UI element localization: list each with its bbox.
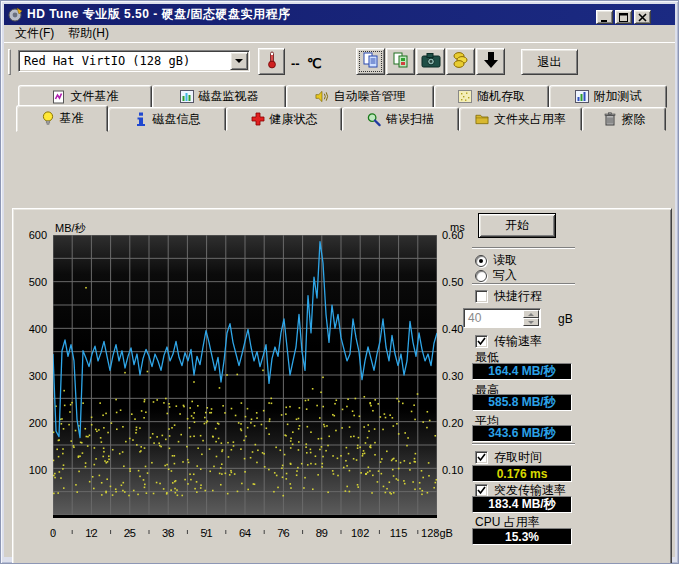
camera-icon [421,52,441,72]
short-stroke-size-value: 40 [464,309,523,327]
access-time-value: 0.176 ms [472,465,572,482]
drive-select[interactable]: Red Hat VirtIO (128 gB) [18,50,250,72]
left-axis-tick: 100 [17,464,47,476]
right-axis-tick: 0.60 [442,229,476,241]
tab-label: 擦除 [622,111,646,128]
start-button[interactable]: 开始 [478,213,556,238]
transfer-rate-checkbox-box[interactable] [475,335,488,348]
tab-label: 磁盘监视器 [199,88,259,105]
tab-extra-tests[interactable]: 附加测试 [549,85,667,108]
disk-monitor-icon [180,90,194,104]
short-stroke-checkbox[interactable]: 快捷行程 [475,288,542,305]
left-axis-tick: 200 [17,417,47,429]
right-axis-tick: 0.50 [442,276,476,288]
tab-health-cross[interactable]: 健康状态 [226,107,342,131]
copy-image-button[interactable] [386,48,415,75]
client-area: 文件基准磁盘监视器自动噪音管理随机存取附加测试 基准磁盘信息健康状态错误扫描文件… [4,79,675,557]
access-time-checkbox[interactable]: 存取时间 [475,449,542,466]
window-title: HD Tune 专业版 5.50 - 硬盘/固态硬盘实用程序 [27,6,290,23]
copy-icon [362,51,380,73]
min-value: 164.4 MB/秒 [472,363,572,380]
avg-value: 343.6 MB/秒 [472,425,572,442]
tab-label: 磁盘信息 [153,111,201,128]
copy-image-icon [392,51,410,73]
minimize-button[interactable] [596,10,613,24]
access-time-checkbox-box[interactable] [475,451,488,464]
tab-label: 错误扫描 [386,111,434,128]
short-stroke-size-stepper[interactable]: 40 [463,308,541,328]
transfer-rate-checkbox[interactable]: 传输速率 [475,333,542,350]
right-axis-tick: 0.10 [442,464,476,476]
donate-button[interactable] [446,48,475,75]
left-axis-tick: 600 [17,229,47,241]
right-axis-tick: 0.20 [442,417,476,429]
left-axis-tick: 300 [17,370,47,382]
x-axis-ticks [53,521,437,526]
exit-button-label: 退出 [538,54,562,71]
tab-folder-usage[interactable]: 文件夹占用率 [459,107,582,131]
short-stroke-checkbox-box[interactable] [475,290,488,303]
start-button-label: 开始 [505,217,529,234]
left-axis-tick: 500 [17,276,47,288]
tab-label: 文件基准 [71,88,119,105]
window-controls [596,10,651,24]
close-button[interactable] [634,10,651,24]
temperature-unit: ℃ [307,56,322,71]
temperature-value: -- [291,56,300,71]
screenshot-button[interactable] [416,48,445,75]
short-stroke-unit-label: gB [558,312,573,326]
benchmark-bulb-icon [41,112,55,126]
erase-trash-icon [603,112,617,126]
tab-benchmark-bulb[interactable]: 基准 [16,105,108,132]
folder-usage-icon [475,112,489,126]
tab-disk-info[interactable]: 磁盘信息 [108,107,226,131]
hdtune-window: HD Tune 专业版 5.50 - 硬盘/固态硬盘实用程序 文件(F)帮助(H… [0,0,679,564]
tab-label: 健康状态 [270,111,318,128]
benchmark-tab-page: MB/秒 ms 600500400300200100 0.600.500.400… [12,208,672,564]
short-stroke-label: 快捷行程 [494,288,542,305]
tab-error-scan[interactable]: 错误扫描 [342,107,459,131]
coins-icon [452,51,470,73]
maximize-button[interactable] [615,10,632,24]
tab-erase-trash[interactable]: 擦除 [582,107,666,131]
write-radio-label: 写入 [493,267,517,284]
tab-label: 基准 [60,110,84,127]
menu-item-0[interactable]: 文件(F) [8,24,61,43]
exit-button[interactable]: 退出 [521,49,578,75]
tab-label: 随机存取 [477,88,525,105]
title-bar[interactable]: HD Tune 专业版 5.50 - 硬盘/固态硬盘实用程序 [4,4,675,25]
menu-bar: 文件(F)帮助(H) [4,25,675,42]
right-axis-tick: 0.30 [442,370,476,382]
write-radio[interactable]: 写入 [475,267,517,284]
file-benchmark-icon [52,90,66,104]
separator [472,283,575,285]
temperature-button[interactable] [258,48,285,75]
disk-info-icon [134,112,148,126]
toolbar: Red Hat VirtIO (128 gB) -- ℃ 退出 [4,42,675,79]
random-access-icon [458,90,472,104]
copy-results-button[interactable] [356,48,385,75]
write-radio-circle[interactable] [475,270,487,282]
tab-aam-speaker[interactable]: 自动噪音管理 [286,85,434,108]
save-results-button[interactable] [476,48,505,75]
stepper-up-button[interactable] [523,310,539,318]
aam-speaker-icon [315,90,329,104]
transfer-rate-label: 传输速率 [494,333,542,350]
max-value: 585.8 MB/秒 [472,394,572,411]
tab-label: 自动噪音管理 [334,88,406,105]
stepper-down-button[interactable] [523,318,539,326]
thermometer-icon [265,51,279,73]
tab-label: 附加测试 [594,88,642,105]
access-time-label: 存取时间 [494,449,542,466]
separator [472,443,575,445]
tab-random-access[interactable]: 随机存取 [434,85,549,108]
extra-tests-icon [575,90,589,104]
left-axis-tick: 400 [17,323,47,335]
menu-item-1[interactable]: 帮助(H) [61,24,116,43]
burst-rate-value: 183.4 MB/秒 [472,496,572,513]
drive-select-dropdown-icon[interactable] [230,52,248,70]
tab-disk-monitor[interactable]: 磁盘监视器 [152,85,286,108]
separator [472,247,575,249]
tab-label: 文件夹占用率 [494,111,566,128]
read-radio-circle[interactable] [475,255,487,267]
